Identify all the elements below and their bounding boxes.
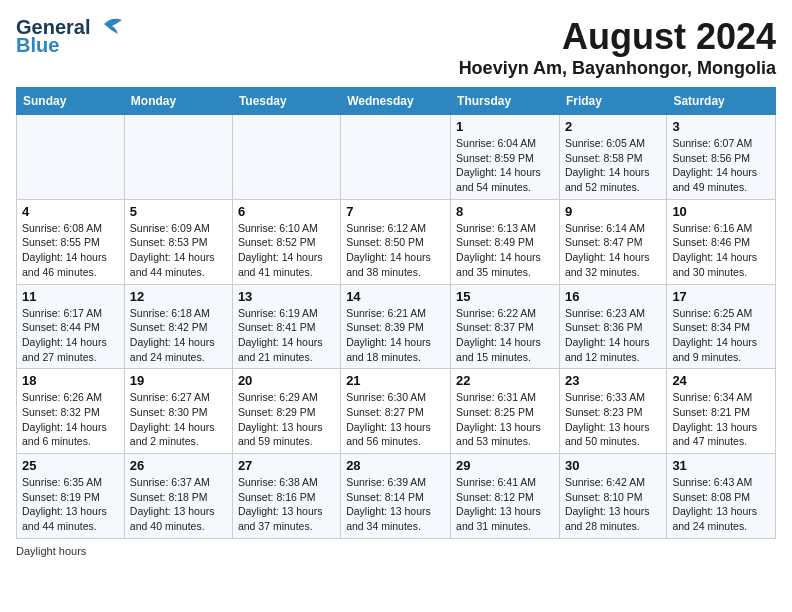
day-number: 26	[130, 458, 227, 473]
day-number: 21	[346, 373, 445, 388]
day-number: 18	[22, 373, 119, 388]
day-number: 3	[672, 119, 770, 134]
day-info: Sunrise: 6:25 AM Sunset: 8:34 PM Dayligh…	[672, 306, 770, 365]
calendar-cell: 8Sunrise: 6:13 AM Sunset: 8:49 PM Daylig…	[451, 199, 560, 284]
day-number: 13	[238, 289, 335, 304]
day-info: Sunrise: 6:10 AM Sunset: 8:52 PM Dayligh…	[238, 221, 335, 280]
day-info: Sunrise: 6:05 AM Sunset: 8:58 PM Dayligh…	[565, 136, 661, 195]
calendar-table: SundayMondayTuesdayWednesdayThursdayFrid…	[16, 87, 776, 539]
day-info: Sunrise: 6:22 AM Sunset: 8:37 PM Dayligh…	[456, 306, 554, 365]
day-info: Sunrise: 6:23 AM Sunset: 8:36 PM Dayligh…	[565, 306, 661, 365]
day-info: Sunrise: 6:13 AM Sunset: 8:49 PM Dayligh…	[456, 221, 554, 280]
location-title: Hoeviyn Am, Bayanhongor, Mongolia	[459, 58, 776, 79]
column-header-friday: Friday	[559, 88, 666, 115]
day-info: Sunrise: 6:21 AM Sunset: 8:39 PM Dayligh…	[346, 306, 445, 365]
calendar-cell: 16Sunrise: 6:23 AM Sunset: 8:36 PM Dayli…	[559, 284, 666, 369]
calendar-cell: 10Sunrise: 6:16 AM Sunset: 8:46 PM Dayli…	[667, 199, 776, 284]
day-number: 30	[565, 458, 661, 473]
day-info: Sunrise: 6:12 AM Sunset: 8:50 PM Dayligh…	[346, 221, 445, 280]
calendar-cell: 19Sunrise: 6:27 AM Sunset: 8:30 PM Dayli…	[124, 369, 232, 454]
day-number: 15	[456, 289, 554, 304]
calendar-cell: 28Sunrise: 6:39 AM Sunset: 8:14 PM Dayli…	[341, 454, 451, 539]
day-info: Sunrise: 6:39 AM Sunset: 8:14 PM Dayligh…	[346, 475, 445, 534]
calendar-cell	[232, 115, 340, 200]
title-area: August 2024 Hoeviyn Am, Bayanhongor, Mon…	[459, 16, 776, 79]
day-number: 9	[565, 204, 661, 219]
day-number: 25	[22, 458, 119, 473]
day-number: 31	[672, 458, 770, 473]
calendar-cell: 20Sunrise: 6:29 AM Sunset: 8:29 PM Dayli…	[232, 369, 340, 454]
day-info: Sunrise: 6:34 AM Sunset: 8:21 PM Dayligh…	[672, 390, 770, 449]
day-info: Sunrise: 6:38 AM Sunset: 8:16 PM Dayligh…	[238, 475, 335, 534]
day-info: Sunrise: 6:19 AM Sunset: 8:41 PM Dayligh…	[238, 306, 335, 365]
calendar-week-4: 18Sunrise: 6:26 AM Sunset: 8:32 PM Dayli…	[17, 369, 776, 454]
day-number: 12	[130, 289, 227, 304]
day-number: 1	[456, 119, 554, 134]
day-info: Sunrise: 6:43 AM Sunset: 8:08 PM Dayligh…	[672, 475, 770, 534]
day-info: Sunrise: 6:17 AM Sunset: 8:44 PM Dayligh…	[22, 306, 119, 365]
calendar-cell: 3Sunrise: 6:07 AM Sunset: 8:56 PM Daylig…	[667, 115, 776, 200]
calendar-cell: 7Sunrise: 6:12 AM Sunset: 8:50 PM Daylig…	[341, 199, 451, 284]
column-header-monday: Monday	[124, 88, 232, 115]
day-number: 17	[672, 289, 770, 304]
calendar-cell: 12Sunrise: 6:18 AM Sunset: 8:42 PM Dayli…	[124, 284, 232, 369]
calendar-cell	[124, 115, 232, 200]
day-number: 28	[346, 458, 445, 473]
column-header-wednesday: Wednesday	[341, 88, 451, 115]
footer-note: Daylight hours	[16, 545, 776, 557]
calendar-cell: 17Sunrise: 6:25 AM Sunset: 8:34 PM Dayli…	[667, 284, 776, 369]
day-info: Sunrise: 6:30 AM Sunset: 8:27 PM Dayligh…	[346, 390, 445, 449]
calendar-cell: 14Sunrise: 6:21 AM Sunset: 8:39 PM Dayli…	[341, 284, 451, 369]
calendar-week-1: 1Sunrise: 6:04 AM Sunset: 8:59 PM Daylig…	[17, 115, 776, 200]
calendar-week-2: 4Sunrise: 6:08 AM Sunset: 8:55 PM Daylig…	[17, 199, 776, 284]
column-header-sunday: Sunday	[17, 88, 125, 115]
day-info: Sunrise: 6:33 AM Sunset: 8:23 PM Dayligh…	[565, 390, 661, 449]
day-number: 29	[456, 458, 554, 473]
calendar-cell: 5Sunrise: 6:09 AM Sunset: 8:53 PM Daylig…	[124, 199, 232, 284]
day-info: Sunrise: 6:42 AM Sunset: 8:10 PM Dayligh…	[565, 475, 661, 534]
day-number: 5	[130, 204, 227, 219]
day-info: Sunrise: 6:41 AM Sunset: 8:12 PM Dayligh…	[456, 475, 554, 534]
day-info: Sunrise: 6:04 AM Sunset: 8:59 PM Dayligh…	[456, 136, 554, 195]
day-info: Sunrise: 6:35 AM Sunset: 8:19 PM Dayligh…	[22, 475, 119, 534]
calendar-cell: 22Sunrise: 6:31 AM Sunset: 8:25 PM Dayli…	[451, 369, 560, 454]
calendar-week-3: 11Sunrise: 6:17 AM Sunset: 8:44 PM Dayli…	[17, 284, 776, 369]
day-number: 24	[672, 373, 770, 388]
day-info: Sunrise: 6:27 AM Sunset: 8:30 PM Dayligh…	[130, 390, 227, 449]
calendar-week-5: 25Sunrise: 6:35 AM Sunset: 8:19 PM Dayli…	[17, 454, 776, 539]
calendar-cell	[341, 115, 451, 200]
calendar-cell: 15Sunrise: 6:22 AM Sunset: 8:37 PM Dayli…	[451, 284, 560, 369]
logo-blue: Blue	[16, 34, 59, 57]
day-info: Sunrise: 6:14 AM Sunset: 8:47 PM Dayligh…	[565, 221, 661, 280]
calendar-cell: 25Sunrise: 6:35 AM Sunset: 8:19 PM Dayli…	[17, 454, 125, 539]
day-info: Sunrise: 6:08 AM Sunset: 8:55 PM Dayligh…	[22, 221, 119, 280]
day-info: Sunrise: 6:16 AM Sunset: 8:46 PM Dayligh…	[672, 221, 770, 280]
day-number: 10	[672, 204, 770, 219]
day-info: Sunrise: 6:09 AM Sunset: 8:53 PM Dayligh…	[130, 221, 227, 280]
calendar-cell: 31Sunrise: 6:43 AM Sunset: 8:08 PM Dayli…	[667, 454, 776, 539]
calendar-cell: 21Sunrise: 6:30 AM Sunset: 8:27 PM Dayli…	[341, 369, 451, 454]
column-header-thursday: Thursday	[451, 88, 560, 115]
day-number: 7	[346, 204, 445, 219]
column-header-saturday: Saturday	[667, 88, 776, 115]
day-info: Sunrise: 6:29 AM Sunset: 8:29 PM Dayligh…	[238, 390, 335, 449]
day-number: 20	[238, 373, 335, 388]
header: General Blue August 2024 Hoeviyn Am, Bay…	[16, 16, 776, 79]
day-number: 8	[456, 204, 554, 219]
calendar-cell: 18Sunrise: 6:26 AM Sunset: 8:32 PM Dayli…	[17, 369, 125, 454]
day-number: 14	[346, 289, 445, 304]
calendar-cell: 30Sunrise: 6:42 AM Sunset: 8:10 PM Dayli…	[559, 454, 666, 539]
calendar-cell: 24Sunrise: 6:34 AM Sunset: 8:21 PM Dayli…	[667, 369, 776, 454]
day-number: 16	[565, 289, 661, 304]
day-number: 19	[130, 373, 227, 388]
day-info: Sunrise: 6:37 AM Sunset: 8:18 PM Dayligh…	[130, 475, 227, 534]
day-number: 2	[565, 119, 661, 134]
day-number: 22	[456, 373, 554, 388]
column-header-tuesday: Tuesday	[232, 88, 340, 115]
day-number: 4	[22, 204, 119, 219]
day-info: Sunrise: 6:07 AM Sunset: 8:56 PM Dayligh…	[672, 136, 770, 195]
day-info: Sunrise: 6:31 AM Sunset: 8:25 PM Dayligh…	[456, 390, 554, 449]
logo: General Blue	[16, 16, 124, 57]
calendar-cell: 6Sunrise: 6:10 AM Sunset: 8:52 PM Daylig…	[232, 199, 340, 284]
day-number: 23	[565, 373, 661, 388]
